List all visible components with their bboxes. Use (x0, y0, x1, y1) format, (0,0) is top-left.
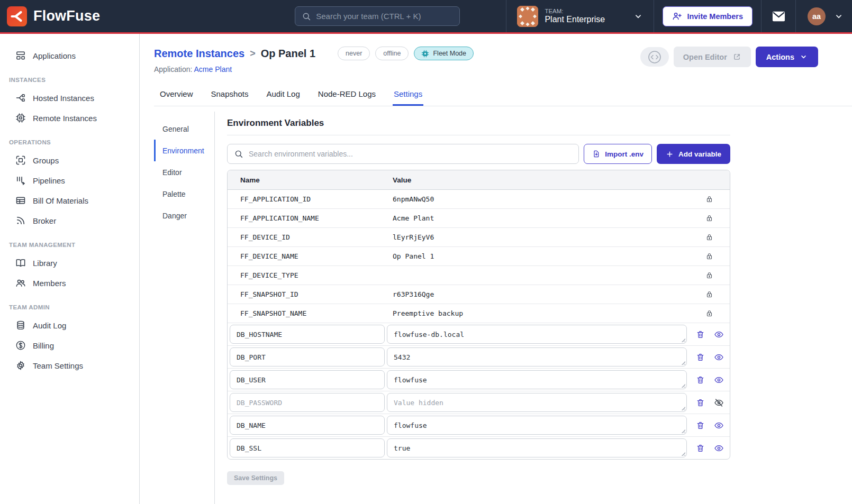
tab-audit-log[interactable]: Audit Log (265, 84, 301, 106)
row-actions (689, 375, 730, 385)
env-var-value-field (387, 347, 687, 366)
env-variables-table: Name Value FF_APPLICATION_ID 6npmANwQ50 … (227, 170, 730, 460)
env-var-value-input[interactable] (387, 347, 687, 366)
page-title: Op Panel 1 (261, 48, 315, 60)
env-var-name-input[interactable] (230, 370, 385, 389)
settings-nav-environment[interactable]: Environment (154, 140, 214, 161)
settings-nav-danger[interactable]: Danger (154, 205, 214, 226)
delete-variable-button[interactable] (696, 330, 705, 339)
env-var-value-field (387, 438, 687, 457)
delete-variable-button[interactable] (696, 375, 705, 384)
add-variable-button[interactable]: Add variable (657, 144, 730, 164)
sidebar-item-billing[interactable]: Billing (0, 335, 139, 355)
sidebar-item-label: Pipelines (33, 176, 65, 185)
env-var-value-input[interactable] (387, 438, 687, 457)
library-icon (15, 258, 26, 268)
env-var-value-field (387, 393, 687, 412)
invite-members-button[interactable]: Invite Members (663, 6, 753, 26)
save-settings-button[interactable]: Save Settings (227, 471, 284, 485)
settings-nav-general[interactable]: General (154, 118, 214, 140)
audit-log-icon (15, 320, 26, 331)
column-header-name: Name (228, 176, 393, 184)
sidebar-item-broker[interactable]: Broker (0, 210, 139, 231)
tab-node-red-logs[interactable]: Node-RED Logs (317, 84, 377, 106)
env-var-value-input[interactable] (387, 370, 687, 389)
eye-icon[interactable] (714, 443, 724, 453)
settings-nav-editor[interactable]: Editor (154, 161, 214, 183)
tab-overview[interactable]: Overview (159, 84, 194, 106)
env-var-name-input[interactable] (230, 325, 385, 344)
notifications-button[interactable] (762, 0, 795, 32)
actions-button[interactable]: Actions (756, 47, 818, 67)
eye-icon[interactable] (714, 420, 724, 430)
chevron-down-icon (633, 12, 643, 21)
table-row: FF_SNAPSHOT_ID r63P316Qge (228, 285, 730, 304)
add-variable-label: Add variable (678, 150, 721, 158)
environment-panel: Environment Variables (214, 112, 730, 504)
breadcrumb-remote-instances-link[interactable]: Remote Instances (154, 48, 244, 60)
team-search-input[interactable] (316, 12, 453, 21)
eye-icon[interactable] (714, 375, 724, 385)
env-var-name-input[interactable] (230, 393, 385, 412)
env-var-value-input[interactable] (387, 393, 687, 412)
team-label: TEAM: (545, 8, 605, 14)
sidebar-item-label: Remote Instances (33, 114, 97, 123)
delete-variable-button[interactable] (696, 398, 705, 407)
envelope-icon (772, 11, 786, 22)
developer-mode-button[interactable] (640, 47, 669, 67)
env-var-name: FF_DEVICE_ID (228, 233, 393, 241)
env-search-input[interactable] (227, 144, 579, 164)
top-navbar: FlowFuse (0, 0, 852, 32)
table-row: FF_APPLICATION_ID 6npmANwQ50 (228, 190, 730, 209)
sidebar-item-audit-log[interactable]: Audit Log (0, 315, 139, 335)
env-var-name-input[interactable] (230, 416, 385, 435)
broker-icon (15, 215, 26, 226)
application-link[interactable]: Acme Plant (194, 65, 232, 74)
sidebar-heading-team-management: TEAM MANAGEMENT (0, 231, 139, 253)
eye-icon[interactable] (714, 329, 724, 340)
delete-variable-button[interactable] (696, 421, 705, 430)
actions-label: Actions (766, 53, 794, 61)
instance-tabs: Overview Snapshots Audit Log Node-RED Lo… (154, 84, 852, 106)
env-var-name-input[interactable] (230, 438, 385, 457)
env-var-name-input[interactable] (230, 347, 385, 366)
search-icon (234, 149, 243, 159)
open-editor-label: Open Editor (683, 53, 727, 61)
open-editor-button[interactable]: Open Editor (674, 47, 751, 67)
tab-settings[interactable]: Settings (393, 84, 423, 106)
env-var-value-field (387, 416, 687, 435)
settings-nav: General Environment Editor Palette Dange… (154, 112, 214, 504)
eye-icon[interactable] (714, 352, 724, 362)
delete-variable-button[interactable] (696, 353, 705, 362)
tab-snapshots[interactable]: Snapshots (210, 84, 250, 106)
row-actions (689, 329, 730, 340)
eye-off-icon[interactable] (714, 398, 724, 408)
team-search[interactable] (295, 6, 460, 26)
settings-nav-palette[interactable]: Palette (154, 183, 214, 205)
search-icon (302, 12, 311, 21)
sidebar-item-groups[interactable]: Groups (0, 150, 139, 170)
instance-header: Remote Instances > Op Panel 1 never offl… (154, 34, 852, 74)
brand[interactable]: FlowFuse (0, 0, 249, 32)
sidebar-item-label: Billing (33, 341, 54, 350)
row-actions (689, 420, 730, 430)
user-menu[interactable]: aa (796, 0, 852, 32)
team-avatar (517, 6, 538, 27)
delete-variable-button[interactable] (696, 444, 705, 453)
row-actions (689, 443, 730, 453)
sidebar-item-hosted-instances[interactable]: Hosted Instances (0, 88, 139, 108)
sidebar-item-team-settings[interactable]: Team Settings (0, 355, 139, 375)
sidebar-item-library[interactable]: Library (0, 253, 139, 273)
team-selector[interactable]: TEAM: Plant Enterprise (506, 0, 654, 32)
env-var-value-input[interactable] (387, 416, 687, 435)
sidebar-item-members[interactable]: Members (0, 273, 139, 293)
table-row (228, 323, 730, 346)
sidebar-item-remote-instances[interactable]: Remote Instances (0, 108, 139, 128)
sidebar-item-pipelines[interactable]: Pipelines (0, 170, 139, 190)
sidebar-item-bill-of-materials[interactable]: Bill Of Materials (0, 190, 139, 210)
sidebar-item-applications[interactable]: Applications (0, 45, 139, 66)
table-row (228, 369, 730, 391)
flowfuse-logo-icon (7, 6, 27, 26)
env-var-value-input[interactable] (387, 325, 687, 344)
import-env-button[interactable]: Import .env (584, 144, 652, 164)
